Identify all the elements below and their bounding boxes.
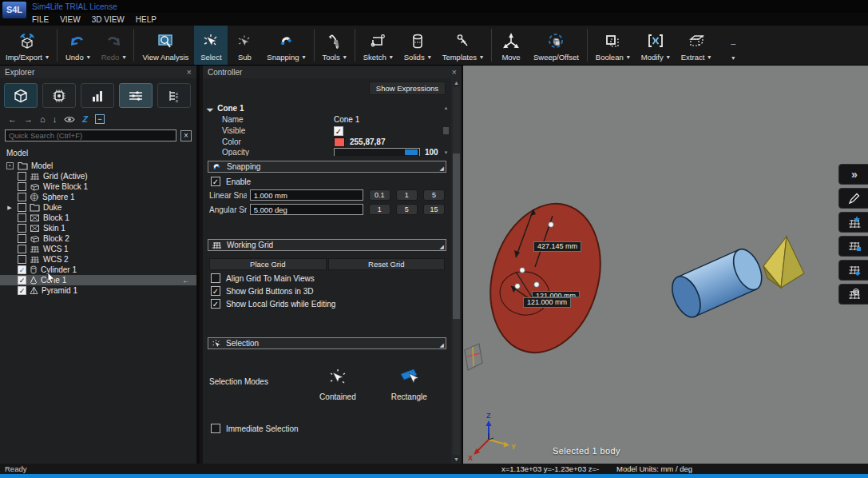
visibility-checkbox[interactable] <box>18 193 26 201</box>
dropdown-caret-icon[interactable]: ▾ <box>303 54 306 61</box>
grid-globe-button[interactable] <box>838 284 868 305</box>
linear-preset-01-button[interactable]: 0.1 <box>369 189 390 201</box>
place-grid-button[interactable]: Place Grid <box>209 258 327 270</box>
tree-item-model[interactable]: ▪ Model <box>0 161 196 171</box>
dropdown-caret-icon[interactable]: ▾ <box>390 54 393 61</box>
dropdown-caret-icon[interactable]: ▾ <box>428 54 431 61</box>
explorer-close-icon[interactable]: × <box>187 67 192 77</box>
grid-plane-button-2[interactable] <box>838 260 868 281</box>
move-button[interactable]: Move <box>494 26 528 65</box>
collapse-all-icon[interactable]: − <box>95 114 105 124</box>
expander-icon[interactable]: ▶ <box>5 205 14 211</box>
scroll-up-icon[interactable]: ▲ <box>444 106 449 110</box>
tree-item-block-2[interactable]: Block 2 <box>0 233 196 244</box>
select-button[interactable]: Select <box>194 26 228 65</box>
dropdown-caret-icon[interactable]: ▾ <box>480 54 483 61</box>
tree-item-skin-1[interactable]: Skin 1 <box>0 223 196 233</box>
clear-search-icon[interactable]: × <box>180 130 192 141</box>
zoom-mode-icon[interactable]: Z <box>82 114 88 124</box>
visibility-checkbox[interactable] <box>18 203 26 212</box>
expander-icon[interactable]: ▪ <box>6 162 14 169</box>
rectangle-mode-button[interactable]: Rectangle <box>374 366 445 401</box>
contained-mode-button[interactable]: Contained <box>302 366 373 401</box>
angular-snap-input[interactable] <box>250 204 363 215</box>
sketch-button[interactable]: Sketch▾ <box>358 26 398 65</box>
tree-item-pyramid-1[interactable]: ✓ Pyramid 1 <box>0 285 196 296</box>
menu-file[interactable]: FILE <box>32 15 49 24</box>
collapse-corner-icon[interactable]: ◢ <box>440 165 444 172</box>
linear-preset-5-button[interactable]: 5 <box>423 189 445 201</box>
quick-search-input[interactable] <box>5 129 176 141</box>
collapse-corner-icon[interactable]: ◢ <box>440 244 444 250</box>
show-grid-buttons-checkbox[interactable]: ✓ <box>211 286 220 296</box>
scrollbar-thumb[interactable] <box>453 153 460 319</box>
tab-model[interactable] <box>4 83 38 108</box>
controller-scrollbar[interactable]: ▲ ▼ <box>451 78 462 464</box>
grid-plane-button-1[interactable] <box>838 236 868 257</box>
solids-button[interactable]: Solids▾ <box>398 26 437 65</box>
tree-item-duke[interactable]: ▶ Duke <box>0 202 196 213</box>
tab-hierarchy[interactable]: ccc <box>157 83 191 108</box>
expand-panel-button[interactable]: » <box>838 164 868 185</box>
collapse-corner-icon[interactable]: ◢ <box>440 342 444 349</box>
tree-item-wcs-1[interactable]: WCS 1 <box>0 244 196 254</box>
tree-item-wcs-2[interactable]: WCS 2 <box>0 254 196 265</box>
visibility-checkbox[interactable] <box>18 224 26 233</box>
undo-button[interactable]: Undo▾ <box>60 26 96 65</box>
back-icon[interactable]: ← <box>8 114 17 124</box>
snapping-button[interactable]: Snapping▾ <box>261 26 311 65</box>
tab-analysis[interactable] <box>81 83 114 108</box>
more-tools-button[interactable]: – ▾ <box>716 26 750 65</box>
grid-snap-down-button[interactable] <box>838 212 868 233</box>
visibility-checkbox[interactable] <box>18 172 26 181</box>
cone-group-header[interactable]: ◢ Cone 1 <box>208 104 446 113</box>
sub-select-button[interactable]: Sub <box>228 26 261 65</box>
color-swatch[interactable] <box>334 137 345 147</box>
edit-grid-button[interactable] <box>838 188 868 209</box>
visibility-checkbox[interactable] <box>18 213 26 222</box>
tree-item-cone-1[interactable]: ✓ Cone 1 ← <box>0 275 196 285</box>
dropdown-caret-icon[interactable]: ▾ <box>627 54 630 61</box>
menu-view[interactable]: VIEW <box>60 15 81 24</box>
tools-button[interactable]: Tools▾ <box>317 26 352 65</box>
collapse-triangle-icon[interactable]: ◢ <box>206 104 215 113</box>
tab-simulation[interactable] <box>42 83 76 108</box>
menu-3d-view[interactable]: 3D VIEW <box>92 15 125 24</box>
tree-item-grid-active[interactable]: Grid (Active) <box>0 171 196 181</box>
name-value[interactable]: Cone 1 <box>334 115 359 124</box>
templates-button[interactable]: Templates▾ <box>437 26 489 65</box>
visibility-checkbox[interactable] <box>18 255 26 264</box>
tree-item-block-1[interactable]: Block 1 <box>0 213 196 223</box>
selection-section-header[interactable]: Selection ◢ <box>208 337 446 349</box>
viewport-3d[interactable]: 427.145 mm 121.000 mm 121.000 mm Z X Y S… <box>463 66 868 464</box>
extract-button[interactable]: Extract▾ <box>676 26 717 65</box>
immediate-selection-checkbox[interactable] <box>211 424 220 433</box>
visibility-checkbox[interactable] <box>18 245 26 253</box>
scrollbar-thumb[interactable] <box>443 127 449 134</box>
imp-export-button[interactable]: Imp/Export▾ <box>0 26 54 65</box>
scroll-up-icon[interactable]: ▲ <box>454 80 459 86</box>
modify-button[interactable]: Modify▾ <box>636 26 676 65</box>
snapping-section-header[interactable]: Snapping ◢ <box>208 161 446 173</box>
boolean-button[interactable]: Boolean▾ <box>590 26 636 65</box>
angular-preset-1-button[interactable]: 1 <box>369 204 390 215</box>
tree-item-cylinder-1[interactable]: ✓ Cylinder 1 <box>0 265 196 275</box>
visibility-eye-icon[interactable] <box>64 115 75 124</box>
dropdown-caret-icon[interactable]: ▾ <box>122 54 125 61</box>
home-icon[interactable]: ⌂ <box>40 114 46 124</box>
working-grid-section-header[interactable]: Working Grid ◢ <box>208 239 446 251</box>
dropdown-caret-icon[interactable]: ▾ <box>87 54 90 61</box>
visibility-checkbox[interactable]: ✓ <box>18 286 26 295</box>
reset-grid-button[interactable]: Reset Grid <box>328 258 446 270</box>
visibility-checkbox[interactable]: ✓ <box>18 276 26 285</box>
align-grid-checkbox[interactable] <box>211 273 220 283</box>
menu-help[interactable]: HELP <box>136 15 157 24</box>
enable-checkbox[interactable]: ✓ <box>211 177 220 186</box>
tree-item-wire-block-1[interactable]: Wire Block 1 <box>0 181 196 192</box>
view-analysis-button[interactable]: View Analysis <box>137 26 194 65</box>
linear-snap-input[interactable] <box>250 189 363 201</box>
linear-preset-1-button[interactable]: 1 <box>396 189 418 201</box>
visibility-checkbox[interactable]: ✓ <box>18 265 26 274</box>
angular-preset-15-button[interactable]: 15 <box>423 204 445 215</box>
visibility-checkbox[interactable] <box>18 234 26 243</box>
